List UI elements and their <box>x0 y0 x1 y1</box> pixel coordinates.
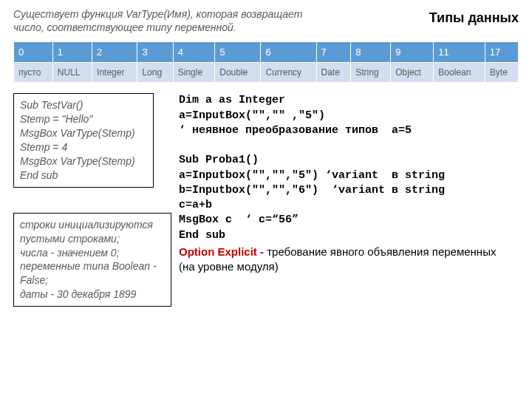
code-line: Sub TestVar() <box>20 98 147 112</box>
page-title: Типы данных <box>429 10 519 26</box>
intro-prefix: Существует функция <box>13 8 126 20</box>
code-line: End sub <box>179 229 225 242</box>
intro-text: Существует функция VarType(Имя), которая… <box>13 7 331 34</box>
th: 9 <box>391 42 434 63</box>
note-line: числа - значением 0; <box>20 246 165 260</box>
option-explicit-label: Option Explicit - <box>179 245 267 258</box>
code-line: Dim a as Integer <box>179 94 285 106</box>
td: Double <box>215 63 261 83</box>
code-line: End sub <box>20 168 147 183</box>
code-line: MsgBox VarType(Stemp) <box>20 154 147 168</box>
code-line: MsgBox c ‘ c=“56” <box>179 214 299 226</box>
th: 3 <box>137 42 173 63</box>
option-explicit-text: требование явного объявления переменных <box>267 245 496 258</box>
intro-fn: VarType(Имя) <box>126 8 191 20</box>
code-line: ‘ неявное преобразование типов a=5 <box>179 124 412 137</box>
code-line: MsgBox VarType(Stemp) <box>20 126 147 140</box>
code-line: a=InputBox("","" ,"5") <box>179 109 325 122</box>
th: 1 <box>52 42 92 63</box>
td: Currency <box>261 63 316 83</box>
option-explicit-text2: (на уровне модуля) <box>179 259 519 274</box>
note-line: переменные типа Boolean - False; <box>20 259 165 287</box>
th: 5 <box>215 42 261 63</box>
th: 17 <box>485 42 518 63</box>
td: Date <box>316 63 351 83</box>
types-table: 0 1 2 3 4 5 6 7 8 9 11 17 пусто NULL Int… <box>13 41 519 83</box>
td: Boolean <box>434 63 485 83</box>
code-line: Sub Proba1() <box>179 154 259 166</box>
th: 8 <box>351 42 391 63</box>
td: пусто <box>14 63 53 83</box>
code-block: Dim a as Integer a=InputBox("","" ,"5") … <box>179 93 519 243</box>
code-line: Stemp = 4 <box>20 140 147 154</box>
code-line: a=Inputbox("","","5") ‘variant в string <box>179 169 445 182</box>
table-header-row: 0 1 2 3 4 5 6 7 8 9 11 17 <box>14 42 519 63</box>
td: Single <box>173 63 214 83</box>
notes-box: строки инициализируются пустыми строками… <box>13 213 171 307</box>
th: 0 <box>14 42 53 63</box>
code-line: c=a+b <box>179 199 212 211</box>
td: Integer <box>92 63 137 83</box>
option-explicit-note: Option Explicit - требование явного объя… <box>179 245 519 275</box>
th: 7 <box>316 42 351 63</box>
code-line: Stemp = "Hello" <box>20 112 147 126</box>
th: 11 <box>434 42 485 63</box>
code-line: b=Inputbox("","","6") ‘variant в string <box>179 184 445 197</box>
table-row: пусто NULL Integer Long Single Double Cu… <box>14 63 519 83</box>
th: 6 <box>261 42 316 63</box>
td: Byte <box>485 63 518 83</box>
code-sample-box: Sub TestVar() Stemp = "Hello" MsgBox Var… <box>13 93 154 187</box>
note-line: строки инициализируются пустыми строками… <box>20 218 165 246</box>
td: String <box>351 63 391 83</box>
td: Long <box>137 63 173 83</box>
th: 2 <box>92 42 137 63</box>
td: NULL <box>52 63 92 83</box>
note-line: даты - 30 декабря 1899 <box>20 287 165 301</box>
td: Object <box>391 63 434 83</box>
th: 4 <box>173 42 214 63</box>
